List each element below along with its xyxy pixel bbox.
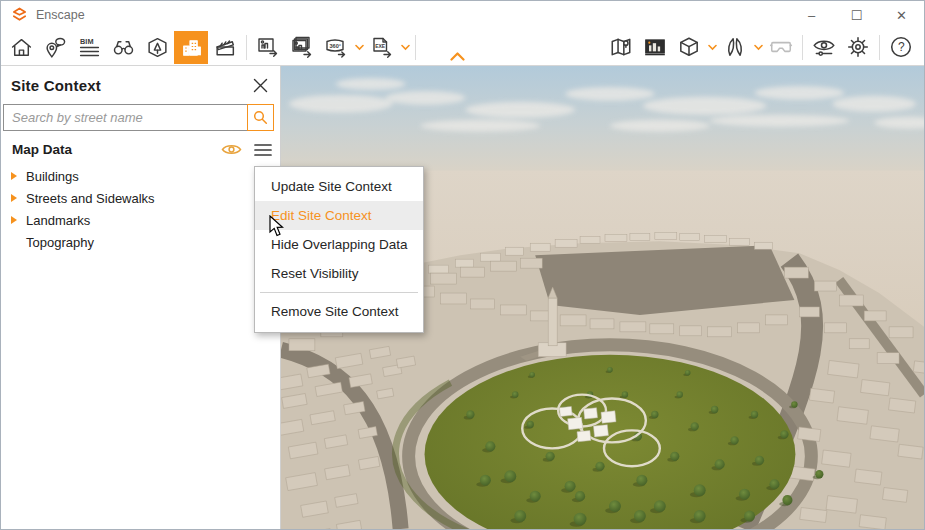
toolbar-separator (415, 35, 416, 60)
map-overlay-button[interactable] (604, 31, 638, 64)
gear-icon (846, 35, 870, 59)
tree-item-streets-and-sidewalks[interactable]: Streets and Sidewalks (1, 187, 280, 209)
virtual-reality-button[interactable] (764, 31, 798, 64)
help-button[interactable]: ? (884, 31, 918, 64)
panorama-360-icon: 360° (324, 35, 348, 59)
video-editor-button[interactable] (208, 31, 242, 64)
enscape-logo-icon (11, 7, 28, 24)
menu-item-update-site-context[interactable]: Update Site Context (255, 172, 423, 201)
tree-item-label: Topography (26, 235, 94, 250)
app-title: Enscape (36, 8, 85, 22)
batch-rendering-icon (290, 35, 314, 59)
tree-item-label: Landmarks (26, 213, 90, 228)
visibility-eye-icon[interactable] (221, 142, 242, 157)
chevron-down-icon (401, 44, 410, 51)
panel-title: Site Context (11, 77, 101, 94)
titlebar: Enscape – ☐ ✕ (1, 1, 924, 29)
fly-mode-dropdown[interactable] (752, 31, 764, 64)
chevron-up-icon (450, 52, 465, 61)
minimize-button[interactable]: – (789, 1, 834, 29)
vr-headset-icon (769, 35, 793, 59)
toolbar: BIM (1, 29, 924, 66)
batch-rendering-button[interactable] (285, 31, 319, 64)
video-editor-icon (214, 36, 237, 59)
maximize-button[interactable]: ☐ (834, 1, 879, 29)
panorama-360-button[interactable]: 360° (319, 31, 353, 64)
home-button[interactable] (4, 31, 38, 64)
chevron-down-icon (708, 44, 717, 51)
panorama-360-dropdown[interactable] (353, 31, 365, 64)
export-screenshot-button[interactable] (251, 31, 285, 64)
search-icon (253, 110, 268, 125)
visual-settings-button[interactable] (807, 31, 841, 64)
fly-mode-button[interactable] (718, 31, 752, 64)
close-icon (253, 78, 268, 93)
chevron-down-icon (754, 44, 763, 51)
search-input[interactable] (3, 104, 248, 131)
view-management-button[interactable] (140, 31, 174, 64)
site-context-menu: Update Site Context Edit Site Context Hi… (254, 166, 424, 333)
menu-separator (260, 292, 418, 293)
find-elements-button[interactable] (106, 31, 140, 64)
standalone-exe-icon: EXE (370, 35, 394, 59)
tree-item-label: Streets and Sidewalks (26, 191, 155, 206)
close-button[interactable]: ✕ (879, 1, 924, 29)
expand-arrow-icon[interactable] (11, 172, 26, 180)
svg-text:EXE: EXE (375, 43, 386, 49)
orthographic-cube-icon (677, 35, 701, 59)
panel-close-button[interactable] (250, 75, 270, 95)
bim-information-button[interactable]: BIM (72, 31, 106, 64)
toolbar-separator (879, 35, 880, 60)
collapse-toolbar-button[interactable] (446, 31, 468, 64)
home-icon (10, 36, 33, 59)
view-management-icon (146, 36, 169, 59)
toolbar-separator (802, 35, 803, 60)
toolbar-separator (246, 35, 247, 60)
site-context-panel: Site Context Map Data (1, 66, 281, 529)
geolocation-icon (44, 36, 67, 59)
site-context-window-icon (643, 35, 667, 59)
svg-text:BIM: BIM (80, 36, 93, 45)
orthographic-view-dropdown[interactable] (706, 31, 718, 64)
tree-item-topography[interactable]: Topography (1, 231, 280, 253)
standalone-exe-dropdown[interactable] (399, 31, 411, 64)
map-data-tree: Buildings Streets and Sidewalks Landmark… (1, 163, 280, 253)
tree-item-landmarks[interactable]: Landmarks (1, 209, 280, 231)
geolocation-button[interactable] (38, 31, 72, 64)
menu-item-hide-overlapping-data[interactable]: Hide Overlapping Data (255, 230, 423, 259)
orthographic-view-button[interactable] (672, 31, 706, 64)
tree-item-label: Buildings (26, 169, 79, 184)
export-screenshot-icon (256, 35, 280, 59)
map-overlay-icon (609, 35, 633, 59)
site-context-button[interactable] (174, 31, 208, 64)
general-settings-button[interactable] (841, 31, 875, 64)
map-data-title: Map Data (12, 142, 72, 157)
map-data-menu-icon[interactable] (254, 143, 272, 157)
visual-settings-eye-icon (812, 35, 836, 59)
tree-item-buildings[interactable]: Buildings (1, 165, 280, 187)
site-context-icon (180, 36, 203, 59)
wings-icon (723, 35, 747, 59)
standalone-exe-button[interactable]: EXE (365, 31, 399, 64)
enscape-window: Enscape – ☐ ✕ BIM (0, 0, 925, 530)
site-context-window-button[interactable] (638, 31, 672, 64)
chevron-down-icon (355, 44, 364, 51)
menu-item-edit-site-context[interactable]: Edit Site Context (255, 201, 423, 230)
svg-text:?: ? (898, 40, 905, 54)
binoculars-icon (112, 36, 135, 59)
menu-item-remove-site-context[interactable]: Remove Site Context (255, 297, 423, 326)
menu-item-reset-visibility[interactable]: Reset Visibility (255, 259, 423, 288)
svg-text:360°: 360° (330, 43, 342, 49)
expand-arrow-icon[interactable] (11, 194, 26, 202)
search-button[interactable] (247, 104, 274, 131)
bim-information-icon: BIM (78, 36, 101, 59)
help-icon: ? (889, 35, 913, 59)
expand-arrow-icon[interactable] (11, 216, 26, 224)
